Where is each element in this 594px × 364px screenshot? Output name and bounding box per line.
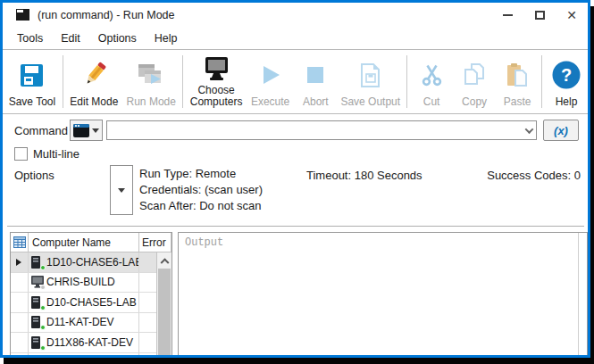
menu-options[interactable]: Options: [89, 29, 146, 48]
column-header-computer-name[interactable]: Computer Name: [29, 233, 139, 252]
computer-row[interactable]: 1D10-CHASE6-LAB: [11, 252, 172, 273]
status-dot: [40, 345, 46, 351]
computer-name-cell[interactable]: D11-KAT-DEV: [29, 313, 139, 333]
options-summary: Run Type: Remote Credentials: (scan user…: [139, 166, 263, 214]
chevron-up-icon: [160, 258, 169, 267]
run-mode-window: (run command) - Run Mode ✕ Tools Edit Op…: [0, 0, 590, 358]
row-selector-cell[interactable]: [11, 273, 29, 293]
scissors-icon: [420, 54, 444, 96]
toolbar-separator: [63, 55, 63, 108]
success-codes-value: Success Codes: 0: [487, 169, 581, 182]
save-output-button[interactable]: Save Output: [337, 52, 404, 112]
grid-body: 1D10-CHASE6-LAB CHRIS-BUILD D10-CHASE5-L…: [11, 252, 172, 358]
monitor-icon: [30, 275, 45, 289]
computer-name-cell[interactable]: 1D10-CHASE6-LAB: [29, 252, 139, 272]
chevron-down-icon: [118, 188, 125, 193]
command-type-dropdown[interactable]: [70, 120, 103, 141]
multiline-checkbox[interactable]: [14, 147, 28, 161]
computer-row[interactable]: CHRIS-BUILD: [11, 273, 172, 294]
computer-name: D12-JAS-DEV: [46, 356, 115, 358]
execute-button[interactable]: Execute: [247, 52, 295, 112]
computer-name-cell[interactable]: D12-JAS-DEV: [29, 353, 139, 359]
menu-tools[interactable]: Tools: [8, 29, 52, 48]
computer-name: D10-CHASE5-LAB: [46, 296, 137, 309]
computer-name: D11-KAT-DEV: [46, 316, 114, 328]
menu-help[interactable]: Help: [146, 29, 187, 48]
row-selector-cell[interactable]: [11, 313, 29, 333]
paste-button[interactable]: Paste: [496, 52, 539, 112]
row-selector-cell[interactable]: [11, 353, 29, 359]
toolbar-separator: [406, 55, 407, 108]
computer-row[interactable]: D11X86-KAT-DEV: [11, 333, 172, 353]
credentials-value: Credentials: (scan user): [139, 182, 263, 198]
multiline-label: Multi-line: [33, 147, 79, 161]
computer-name-cell[interactable]: D10-CHASE5-LAB: [29, 293, 139, 312]
variables-button[interactable]: (x): [543, 120, 579, 141]
floppy-disk-icon: [20, 54, 44, 96]
column-header-error[interactable]: Error: [139, 233, 172, 252]
status-dot: [40, 285, 46, 290]
command-label: Command: [14, 124, 70, 137]
output-panel[interactable]: Output: [178, 232, 588, 358]
status-dot: [40, 325, 46, 330]
close-button[interactable]: ✕: [556, 3, 588, 27]
save-tool-button[interactable]: Save Tool: [4, 52, 60, 112]
row-selector-cell[interactable]: [11, 293, 29, 312]
monitor-icon: [30, 355, 45, 358]
row-selector-cell[interactable]: [11, 252, 29, 272]
status-dot: [40, 265, 46, 270]
server-icon: [30, 335, 45, 350]
run-mode-button[interactable]: Run Mode: [122, 52, 180, 112]
command-input[interactable]: [107, 121, 522, 139]
abort-button[interactable]: Abort: [294, 52, 337, 112]
svg-text:?: ?: [561, 65, 572, 85]
select-all-corner[interactable]: [11, 233, 29, 252]
grid-scrollbar[interactable]: [156, 252, 172, 358]
computer-name-cell[interactable]: CHRIS-BUILD: [29, 273, 139, 293]
scrollbar-thumb[interactable]: [158, 269, 171, 358]
toolbar-separator: [541, 55, 542, 108]
computer-name-cell[interactable]: D11X86-KAT-DEV: [29, 333, 139, 352]
scan-after-value: Scan After: Do not scan: [139, 198, 263, 214]
grid-header: Computer Name Error: [11, 233, 172, 252]
windows-play-icon: [137, 54, 165, 96]
maximize-icon: [535, 11, 545, 20]
table-grid-icon: [13, 236, 26, 248]
section-divider: [7, 226, 584, 227]
run-type-value: Run Type: Remote: [139, 166, 263, 182]
computer-row[interactable]: D12-JAS-DEV: [11, 353, 172, 359]
row-selector-cell[interactable]: [11, 333, 29, 352]
stop-square-icon: [305, 54, 325, 96]
cut-button[interactable]: Cut: [410, 52, 453, 112]
options-dropdown-button[interactable]: [110, 165, 133, 215]
clipboard-icon: [505, 54, 530, 96]
scroll-up-button[interactable]: [157, 252, 172, 267]
server-icon: [30, 255, 45, 269]
computer-row[interactable]: D10-CHASE5-LAB: [11, 293, 172, 313]
command-combo-chevron[interactable]: [522, 121, 536, 139]
close-icon: ✕: [566, 9, 577, 21]
copy-button[interactable]: Copy: [453, 52, 496, 112]
minimize-button[interactable]: [491, 3, 523, 27]
computer-grid: Computer Name Error 1D10-CHASE6-LAB CHRI…: [10, 232, 172, 358]
toolbar-separator: [182, 55, 183, 108]
menu-bar: Tools Edit Options Help: [3, 27, 588, 50]
app-icon: [16, 9, 29, 21]
choose-computers-button[interactable]: Choose Computers: [186, 52, 246, 112]
toolbar: Save Tool Edit Mode Run Mode Choose Comp…: [3, 50, 588, 114]
server-icon: [30, 315, 45, 329]
help-button[interactable]: ? Help: [545, 52, 588, 112]
computer-name: 1D10-CHASE6-LAB: [46, 256, 139, 269]
edit-mode-button[interactable]: Edit Mode: [66, 52, 122, 112]
window-title: (run command) - Run Mode: [38, 9, 175, 21]
command-section: Command (x) Multi-line: [3, 114, 588, 161]
status-dot: [40, 305, 46, 310]
maximize-button[interactable]: [523, 3, 556, 27]
options-label: Options: [14, 169, 54, 182]
command-combobox: [106, 120, 537, 140]
options-section: Options Run Type: Remote Credentials: (s…: [3, 165, 588, 220]
play-triangle-icon: [259, 54, 282, 96]
menu-edit[interactable]: Edit: [52, 29, 89, 48]
computer-row[interactable]: D11-KAT-DEV: [11, 313, 172, 334]
title-bar[interactable]: (run command) - Run Mode ✕: [3, 3, 588, 27]
